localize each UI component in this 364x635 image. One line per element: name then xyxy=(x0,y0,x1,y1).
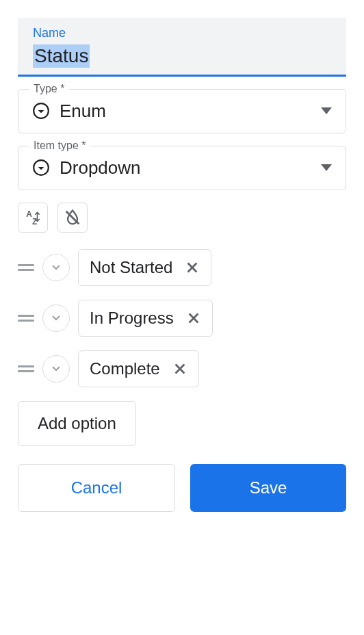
color-off-button[interactable] xyxy=(57,203,88,233)
remove-option-button[interactable] xyxy=(186,311,201,326)
option-label: Complete xyxy=(90,359,160,378)
close-icon xyxy=(185,260,200,275)
option-color-button[interactable] xyxy=(42,254,70,281)
remove-option-button[interactable] xyxy=(172,361,187,376)
chevron-down-icon xyxy=(52,265,60,270)
option-row: In Progress xyxy=(18,300,346,337)
cancel-button[interactable]: Cancel xyxy=(18,464,175,512)
name-label: Name xyxy=(33,26,331,40)
type-label: Type * xyxy=(29,83,68,95)
chevron-down-icon xyxy=(52,315,60,321)
remove-option-button[interactable] xyxy=(185,260,200,275)
option-color-button[interactable] xyxy=(42,355,70,383)
enum-icon xyxy=(32,102,50,120)
name-value[interactable]: Status xyxy=(33,44,90,68)
dropdown-arrow-icon xyxy=(321,164,332,171)
type-select[interactable]: Type * Enum xyxy=(18,89,346,133)
option-color-button[interactable] xyxy=(42,304,70,332)
sort-az-icon: A Z xyxy=(24,209,42,226)
dropdown-icon xyxy=(32,159,50,177)
drag-handle-icon[interactable] xyxy=(18,363,34,375)
option-chip[interactable]: In Progress xyxy=(78,300,213,337)
type-value: Enum xyxy=(60,101,311,122)
item-type-value: Dropdown xyxy=(60,157,311,179)
option-row: Complete xyxy=(18,350,346,387)
option-chip[interactable]: Not Started xyxy=(78,249,211,286)
option-label: In Progress xyxy=(90,309,174,328)
drag-handle-icon[interactable] xyxy=(18,312,34,324)
dialog-footer: Cancel Save xyxy=(18,464,346,512)
option-chip[interactable]: Complete xyxy=(78,350,199,387)
close-icon xyxy=(172,361,187,376)
item-type-label: Item type * xyxy=(29,140,90,152)
drag-handle-icon[interactable] xyxy=(18,261,34,274)
name-field[interactable]: Name Status xyxy=(18,18,346,77)
svg-text:Z: Z xyxy=(32,216,37,226)
option-row: Not Started xyxy=(18,249,346,286)
sort-az-button[interactable]: A Z xyxy=(18,203,48,233)
chevron-down-icon xyxy=(52,366,60,372)
close-icon xyxy=(186,311,201,326)
save-button[interactable]: Save xyxy=(190,464,346,512)
dropdown-arrow-icon xyxy=(321,107,332,114)
svg-text:A: A xyxy=(26,209,32,219)
item-type-select[interactable]: Item type * Dropdown xyxy=(18,146,346,190)
toolbar-icons: A Z xyxy=(18,203,346,233)
color-off-icon xyxy=(63,208,82,227)
option-label: Not Started xyxy=(90,258,172,277)
add-option-button[interactable]: Add option xyxy=(18,401,136,446)
